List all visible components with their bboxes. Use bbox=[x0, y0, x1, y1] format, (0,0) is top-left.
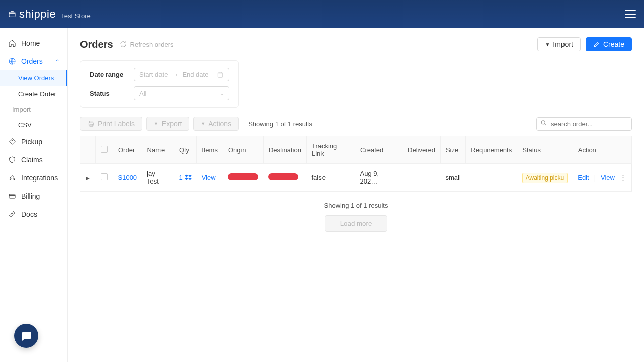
status-value: All bbox=[139, 89, 146, 97]
col-items: Items bbox=[197, 136, 223, 164]
brand-logo[interactable]: shippie bbox=[8, 8, 56, 21]
col-created: Created bbox=[355, 136, 403, 164]
results-count: Showing 1 of 1 results bbox=[248, 120, 312, 128]
col-order: Order bbox=[113, 136, 142, 164]
sidebar-label: Integrations bbox=[21, 174, 58, 182]
cell-name: jay Test bbox=[142, 164, 174, 192]
top-bar: shippie Test Store bbox=[0, 0, 644, 28]
svg-rect-3 bbox=[9, 194, 15, 198]
main-content: Orders Refresh orders ▼ Import Create bbox=[68, 28, 644, 362]
sidebar-label: Orders bbox=[21, 57, 43, 65]
export-button[interactable]: ▼ Export bbox=[146, 117, 189, 131]
toolbar: Print Labels ▼ Export ▼ Actions Showing … bbox=[80, 117, 632, 131]
view-link[interactable]: View bbox=[601, 174, 615, 182]
menu-toggle[interactable] bbox=[625, 10, 636, 18]
footer-results: Showing 1 of 1 results bbox=[80, 202, 632, 209]
card-icon bbox=[8, 192, 16, 200]
edit-link[interactable]: Edit bbox=[578, 174, 589, 182]
chevron-down-icon: ⌄ bbox=[220, 90, 224, 96]
divider: | bbox=[594, 174, 596, 182]
col-status: Status bbox=[517, 136, 573, 164]
sidebar-item-orders[interactable]: Orders ⌃ bbox=[0, 52, 67, 70]
print-label: Print Labels bbox=[98, 120, 135, 128]
actions-label: Actions bbox=[208, 120, 231, 128]
search-input[interactable] bbox=[536, 117, 632, 131]
chevron-up-icon: ⌃ bbox=[55, 59, 59, 64]
cell-delivered bbox=[403, 164, 441, 192]
start-date-placeholder: Start date bbox=[139, 71, 168, 78]
col-tracking: Tracking Link bbox=[306, 136, 355, 164]
sidebar-label: Home bbox=[21, 39, 40, 47]
print-labels-button[interactable]: Print Labels bbox=[80, 117, 142, 131]
home-icon bbox=[8, 39, 16, 47]
printer-icon bbox=[88, 120, 95, 127]
package-icon bbox=[8, 10, 16, 18]
select-all-checkbox[interactable] bbox=[101, 146, 108, 153]
col-action: Action bbox=[573, 136, 631, 164]
table-row: ▶ S1000 jay Test 1 View false Aug 9, 202… bbox=[80, 164, 632, 192]
sidebar-label: Claims bbox=[21, 156, 43, 164]
row-checkbox[interactable] bbox=[101, 173, 108, 180]
cell-qty: 1 bbox=[179, 174, 182, 182]
sidebar-sub-create-order[interactable]: Create Order bbox=[0, 86, 67, 102]
refresh-label: Refresh orders bbox=[130, 41, 174, 48]
sidebar-section-import: Import bbox=[0, 102, 67, 117]
date-range-input[interactable]: Start date → End date bbox=[134, 68, 229, 81]
sidebar-item-claims[interactable]: Claims bbox=[0, 151, 67, 169]
caret-down-icon: ▼ bbox=[154, 121, 158, 126]
page-title: Orders bbox=[80, 39, 113, 50]
sidebar-item-pickup[interactable]: Pickup bbox=[0, 133, 67, 151]
search-icon bbox=[540, 120, 547, 128]
col-requirements: Requirements bbox=[466, 136, 517, 164]
svg-point-8 bbox=[541, 121, 545, 124]
sidebar: Home Orders ⌃ View Orders Create Order I… bbox=[0, 28, 68, 362]
sidebar-item-billing[interactable]: Billing bbox=[0, 187, 67, 205]
refresh-icon bbox=[119, 40, 127, 48]
chat-widget-button[interactable] bbox=[14, 324, 38, 348]
caret-down-icon: ▼ bbox=[201, 121, 205, 126]
status-label: Status bbox=[90, 89, 125, 97]
sidebar-item-integrations[interactable]: Integrations bbox=[0, 169, 67, 187]
brand: shippie Test Store bbox=[8, 8, 91, 21]
import-label: Import bbox=[553, 40, 573, 48]
dropbox-icon bbox=[185, 174, 192, 181]
refresh-button[interactable]: Refresh orders bbox=[119, 40, 174, 48]
origin-redacted bbox=[228, 173, 258, 180]
orders-table: Order Name Qty Items Origin Destination … bbox=[80, 136, 632, 192]
cell-created: Aug 9, 202… bbox=[355, 164, 403, 192]
sidebar-item-docs[interactable]: Docs bbox=[0, 205, 67, 223]
cell-tracking: false bbox=[306, 164, 355, 192]
sidebar-sub-csv[interactable]: CSV bbox=[0, 117, 67, 133]
svg-rect-0 bbox=[9, 12, 15, 17]
sidebar-sub-view-orders[interactable]: View Orders bbox=[0, 70, 67, 86]
col-name: Name bbox=[142, 136, 174, 164]
col-origin: Origin bbox=[223, 136, 263, 164]
expand-row-icon[interactable]: ▶ bbox=[86, 175, 90, 181]
load-more-button[interactable]: Load more bbox=[325, 215, 388, 232]
status-select[interactable]: All ⌄ bbox=[134, 86, 229, 100]
arrow-right-icon: → bbox=[172, 71, 178, 78]
cell-size: small bbox=[440, 164, 465, 192]
shield-icon bbox=[8, 156, 16, 164]
edit-icon bbox=[593, 41, 600, 48]
link-icon bbox=[8, 210, 16, 218]
destination-redacted bbox=[268, 173, 298, 180]
sidebar-label: Pickup bbox=[21, 138, 42, 146]
items-view-link[interactable]: View bbox=[202, 174, 216, 182]
rocket-icon bbox=[8, 174, 16, 182]
actions-button[interactable]: ▼ Actions bbox=[193, 117, 239, 131]
sidebar-label: Docs bbox=[21, 210, 37, 218]
cell-requirements bbox=[466, 164, 517, 192]
caret-down-icon: ▼ bbox=[545, 42, 550, 47]
col-size: Size bbox=[440, 136, 465, 164]
globe-icon bbox=[8, 57, 16, 65]
col-destination: Destination bbox=[263, 136, 306, 164]
svg-rect-4 bbox=[218, 72, 222, 77]
sidebar-item-home[interactable]: Home bbox=[0, 34, 67, 52]
more-actions-icon[interactable]: ⋮ bbox=[620, 174, 626, 182]
order-link[interactable]: S1000 bbox=[118, 174, 137, 182]
calendar-icon bbox=[217, 71, 224, 78]
import-button[interactable]: ▼ Import bbox=[537, 37, 581, 51]
store-name: Test Store bbox=[61, 12, 91, 20]
create-button[interactable]: Create bbox=[586, 37, 632, 51]
